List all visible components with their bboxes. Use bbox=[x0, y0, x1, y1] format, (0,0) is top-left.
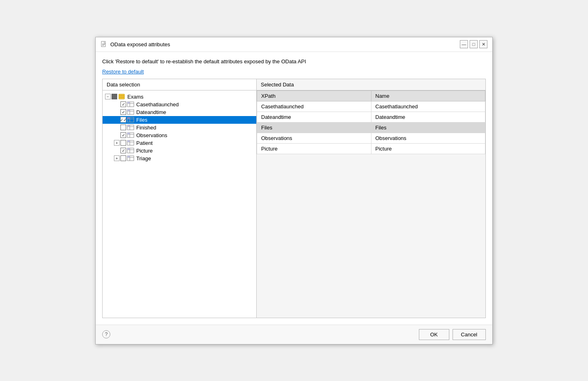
svg-rect-4 bbox=[119, 94, 124, 96]
expand-placeholder-picture bbox=[114, 148, 120, 153]
title-bar-controls: — □ ✕ bbox=[460, 40, 487, 48]
checkbox-observations[interactable] bbox=[120, 132, 126, 138]
table-icon-files bbox=[127, 117, 134, 123]
tree-item-observations[interactable]: Observations bbox=[103, 131, 256, 139]
table-icon-picture bbox=[127, 148, 134, 153]
title-bar: OData exposed attributes — □ ✕ bbox=[96, 37, 492, 52]
table-icon-finished bbox=[127, 125, 134, 130]
svg-rect-18 bbox=[127, 117, 130, 119]
left-panel-header: Data selection bbox=[103, 79, 256, 90]
checkbox-triage[interactable] bbox=[120, 155, 126, 161]
cell-name: Files bbox=[371, 122, 485, 133]
table-icon-casethatlaunched bbox=[127, 101, 134, 107]
tree-item-picture[interactable]: Picture bbox=[103, 147, 256, 155]
cell-name: Casethatlaunched bbox=[371, 101, 485, 112]
window-title: OData exposed attributes bbox=[110, 41, 170, 47]
label-dateandtime: Dateandtime bbox=[136, 109, 166, 115]
table-row[interactable]: ObservationsObservations bbox=[257, 133, 485, 143]
restore-to-default-link[interactable]: Restore to default bbox=[102, 69, 486, 75]
cancel-button[interactable]: Cancel bbox=[453, 329, 486, 340]
table-row[interactable]: FilesFiles bbox=[257, 122, 485, 133]
cell-xpath: Files bbox=[257, 122, 371, 133]
label-files: Files bbox=[136, 117, 147, 123]
table-row[interactable]: CasethatlaunchedCasethatlaunched bbox=[257, 101, 485, 112]
help-button[interactable]: ? bbox=[102, 330, 110, 338]
db-icon-exams bbox=[118, 94, 125, 99]
tree-item-triage[interactable]: + Triage bbox=[103, 155, 256, 162]
table-icon-dateandtime bbox=[127, 109, 134, 115]
expand-btn-exams[interactable]: − bbox=[105, 94, 111, 99]
tree-item-files[interactable]: ✓ Files bbox=[103, 116, 256, 124]
checkbox-finished[interactable] bbox=[120, 125, 126, 130]
svg-rect-38 bbox=[127, 156, 130, 157]
checkbox-dateandtime[interactable] bbox=[120, 109, 126, 115]
svg-rect-6 bbox=[119, 97, 124, 99]
svg-rect-26 bbox=[127, 133, 130, 134]
expand-placeholder-casethatlaunched bbox=[114, 101, 120, 107]
svg-rect-34 bbox=[127, 148, 130, 150]
cell-name: Dateandtime bbox=[371, 112, 485, 122]
maximize-button[interactable]: □ bbox=[470, 40, 478, 48]
table-row[interactable]: DateandtimeDateandtime bbox=[257, 112, 485, 122]
table-icon-observations bbox=[127, 132, 134, 138]
checkbox-picture[interactable] bbox=[120, 148, 126, 153]
column-header-name: Name bbox=[371, 90, 485, 101]
selected-data-table: XPath Name CasethatlaunchedCasethatlaunc… bbox=[257, 90, 485, 154]
expand-placeholder-observations bbox=[114, 132, 120, 138]
checkbox-casethatlaunched[interactable] bbox=[120, 101, 126, 107]
tree-item-casethatlaunched[interactable]: Casethatlaunched bbox=[103, 101, 256, 108]
svg-rect-14 bbox=[127, 110, 130, 111]
svg-rect-22 bbox=[127, 125, 130, 127]
panels-container: Data selection − Exams bbox=[102, 79, 486, 318]
svg-rect-30 bbox=[127, 140, 130, 142]
label-casethatlaunched: Casethatlaunched bbox=[136, 101, 179, 108]
tree-item-finished[interactable]: Finished bbox=[103, 124, 256, 131]
cell-xpath: Picture bbox=[257, 143, 371, 154]
svg-rect-5 bbox=[119, 96, 124, 97]
cell-xpath: Dateandtime bbox=[257, 112, 371, 122]
description-text: Click 'Restore to default' to re-establi… bbox=[102, 58, 486, 65]
minimize-button[interactable]: — bbox=[460, 40, 468, 48]
left-panel: Data selection − Exams bbox=[103, 79, 257, 318]
label-picture: Picture bbox=[136, 148, 152, 154]
checkbox-files[interactable]: ✓ bbox=[120, 117, 126, 123]
expand-placeholder-files bbox=[114, 117, 120, 123]
label-exams: Exams bbox=[127, 94, 144, 100]
checkbox-patient[interactable] bbox=[120, 140, 126, 146]
dialog-footer: ? OK Cancel bbox=[96, 325, 492, 344]
expand-btn-patient[interactable]: + bbox=[114, 140, 120, 146]
tree-area: − Exams bbox=[103, 90, 256, 318]
footer-left: ? bbox=[102, 330, 110, 338]
title-bar-left: OData exposed attributes bbox=[101, 41, 170, 47]
cell-name: Picture bbox=[371, 143, 485, 154]
column-header-xpath: XPath bbox=[257, 90, 371, 101]
cell-xpath: Observations bbox=[257, 133, 371, 143]
label-finished: Finished bbox=[136, 125, 156, 131]
footer-buttons: OK Cancel bbox=[419, 329, 486, 340]
close-button[interactable]: ✕ bbox=[479, 40, 487, 48]
checkbox-exams[interactable] bbox=[112, 94, 117, 99]
document-icon bbox=[101, 41, 107, 47]
tree-item-dateandtime[interactable]: Dateandtime bbox=[103, 108, 256, 116]
table-icon-patient bbox=[127, 140, 134, 146]
tree-item-exams[interactable]: − Exams bbox=[103, 93, 256, 101]
label-observations: Observations bbox=[136, 132, 167, 138]
label-triage: Triage bbox=[136, 155, 151, 161]
label-patient: Patient bbox=[136, 140, 152, 146]
cell-xpath: Casethatlaunched bbox=[257, 101, 371, 112]
dialog-window: OData exposed attributes — □ ✕ Click 'Re… bbox=[95, 37, 493, 344]
ok-button[interactable]: OK bbox=[419, 329, 449, 340]
expand-placeholder-finished bbox=[114, 125, 120, 130]
expand-btn-triage[interactable]: + bbox=[114, 155, 120, 161]
tree-item-patient[interactable]: + Patient bbox=[103, 139, 256, 147]
dialog-body: Click 'Restore to default' to re-establi… bbox=[96, 52, 492, 325]
svg-rect-10 bbox=[127, 102, 130, 103]
right-panel: Selected Data XPath Name Casethatlaunche… bbox=[257, 79, 485, 318]
table-row[interactable]: PicturePicture bbox=[257, 143, 485, 154]
expand-placeholder-dateandtime bbox=[114, 109, 120, 115]
table-icon-triage bbox=[127, 155, 134, 161]
cell-name: Observations bbox=[371, 133, 485, 143]
right-panel-header: Selected Data bbox=[257, 79, 485, 90]
